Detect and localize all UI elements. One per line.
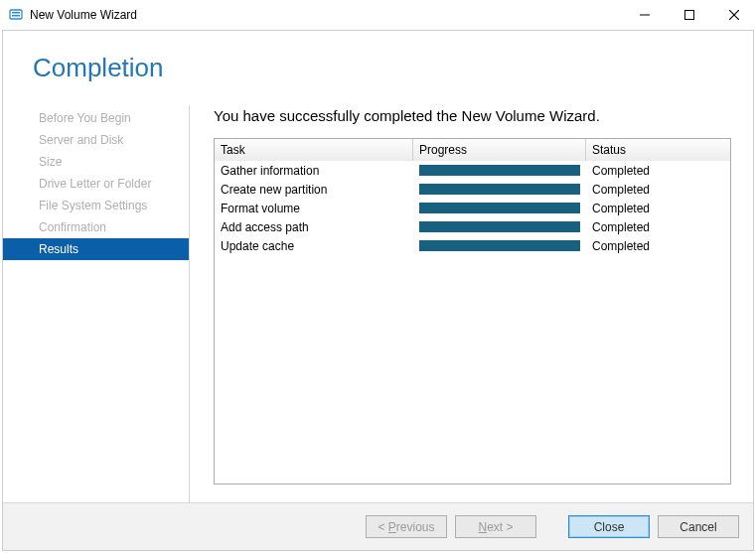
sidebar-item-label: Drive Letter or Folder: [39, 177, 151, 191]
maximize-button[interactable]: [667, 0, 711, 30]
sidebar-item-label: Before You Begin: [39, 111, 131, 125]
sidebar-item-server-and-disk[interactable]: Server and Disk: [3, 129, 189, 151]
task-progress: [413, 221, 586, 232]
spacer: [214, 484, 731, 502]
task-table-body: Gather information Completed Create new …: [215, 161, 730, 484]
table-row: Format volume Completed: [215, 199, 730, 217]
task-status: Completed: [586, 220, 730, 234]
svg-rect-2: [12, 15, 20, 17]
task-name: Gather information: [215, 164, 413, 178]
task-name: Add access path: [215, 220, 413, 234]
sidebar-item-drive-letter-or-folder[interactable]: Drive Letter or Folder: [3, 173, 189, 195]
prev-prefix: <: [378, 520, 387, 534]
table-row: Create new partition Completed: [215, 180, 730, 199]
next-suffix: ext >: [487, 520, 513, 534]
sidebar-item-before-you-begin[interactable]: Before You Begin: [3, 107, 189, 129]
titlebar: New Volume Wizard: [0, 0, 756, 30]
task-status: Completed: [586, 202, 730, 215]
close-button[interactable]: Close: [568, 515, 650, 538]
task-name: Create new partition: [215, 183, 413, 197]
next-button[interactable]: Next >: [455, 515, 536, 538]
completion-message: You have successfully completed the New …: [214, 107, 731, 124]
task-name: Format volume: [215, 202, 413, 215]
task-name: Update cache: [215, 239, 413, 253]
task-table-header: Task Progress Status: [215, 139, 730, 161]
table-row: Add access path Completed: [215, 217, 730, 236]
progress-bar: [419, 221, 580, 232]
sidebar-item-label: Server and Disk: [39, 133, 123, 147]
wizard-frame: Completion Before You Begin Server and D…: [2, 30, 754, 551]
task-progress: [413, 165, 586, 176]
prev-suffix: revious: [396, 520, 435, 534]
task-table: Task Progress Status Gather information …: [214, 138, 731, 484]
task-status: Completed: [586, 239, 730, 253]
cancel-button[interactable]: Cancel: [658, 515, 739, 538]
window-title: New Volume Wizard: [30, 8, 137, 22]
task-progress: [413, 203, 586, 213]
next-accel: N: [478, 520, 487, 534]
wizard-footer: < Previous Next > Close Cancel: [3, 502, 753, 550]
app-icon: [8, 7, 24, 23]
progress-bar: [419, 165, 580, 176]
sidebar-item-label: Results: [39, 242, 78, 256]
page-heading: Completion: [33, 53, 753, 83]
sidebar-item-label: Confirmation: [39, 220, 106, 234]
column-header-task[interactable]: Task: [215, 139, 413, 161]
task-progress: [413, 184, 586, 195]
column-header-progress[interactable]: Progress: [413, 139, 586, 161]
sidebar-item-label: Size: [39, 155, 62, 169]
minimize-button[interactable]: [622, 0, 667, 30]
main-panel: You have successfully completed the New …: [190, 105, 753, 502]
sidebar-item-label: File System Settings: [39, 199, 147, 212]
task-status: Completed: [586, 164, 730, 178]
column-header-status[interactable]: Status: [586, 139, 730, 161]
progress-bar: [419, 184, 580, 195]
sidebar-item-confirmation[interactable]: Confirmation: [3, 216, 189, 238]
close-window-button[interactable]: [711, 0, 756, 30]
prev-accel: P: [388, 520, 396, 534]
previous-button[interactable]: < Previous: [366, 515, 447, 538]
sidebar-item-file-system-settings[interactable]: File System Settings: [3, 195, 189, 216]
body-area: Before You Begin Server and Disk Size Dr…: [3, 105, 753, 502]
table-row: Update cache Completed: [215, 236, 730, 255]
wizard-sidebar: Before You Begin Server and Disk Size Dr…: [3, 105, 190, 502]
task-status: Completed: [586, 183, 730, 197]
heading-area: Completion: [3, 31, 753, 105]
sidebar-item-size[interactable]: Size: [3, 151, 189, 173]
table-row: Gather information Completed: [215, 161, 730, 180]
progress-bar: [419, 240, 580, 251]
task-progress: [413, 240, 586, 251]
svg-rect-1: [12, 12, 20, 14]
svg-rect-4: [684, 11, 693, 20]
svg-rect-0: [10, 10, 22, 19]
progress-bar: [419, 203, 580, 213]
window-controls: [622, 0, 756, 30]
sidebar-item-results[interactable]: Results: [3, 238, 189, 260]
